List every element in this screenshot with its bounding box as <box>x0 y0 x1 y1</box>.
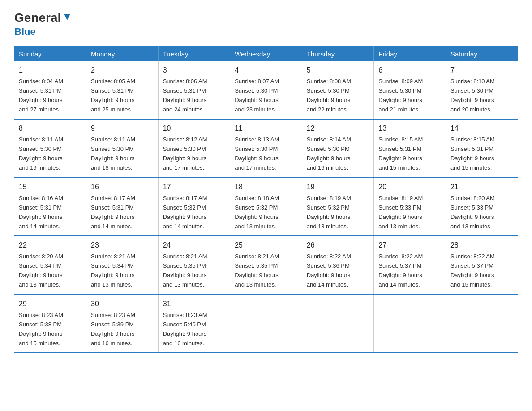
day-info: Sunrise: 8:21 AMSunset: 5:34 PMDaylight:… <box>91 253 135 288</box>
logo-arrow-icon <box>62 12 72 22</box>
week-row-1: 1Sunrise: 8:04 AMSunset: 5:31 PMDaylight… <box>14 61 518 119</box>
calendar-cell: 2Sunrise: 8:05 AMSunset: 5:31 PMDaylight… <box>86 61 159 119</box>
day-number: 21 <box>450 182 513 193</box>
day-number: 7 <box>450 65 513 76</box>
calendar-cell: 30Sunrise: 8:23 AMSunset: 5:39 PMDayligh… <box>86 295 159 353</box>
day-number: 27 <box>378 240 441 251</box>
day-number: 1 <box>19 65 82 76</box>
day-number: 30 <box>91 299 154 310</box>
day-number: 6 <box>378 65 441 76</box>
day-number: 14 <box>450 123 513 134</box>
day-info: Sunrise: 8:11 AMSunset: 5:30 PMDaylight:… <box>19 136 63 171</box>
calendar-cell: 31Sunrise: 8:23 AMSunset: 5:40 PMDayligh… <box>158 295 230 353</box>
day-info: Sunrise: 8:23 AMSunset: 5:39 PMDaylight:… <box>91 312 135 347</box>
column-header-saturday: Saturday <box>446 46 518 61</box>
week-row-4: 22Sunrise: 8:20 AMSunset: 5:34 PMDayligh… <box>14 236 518 294</box>
day-number: 25 <box>235 240 297 251</box>
day-info: Sunrise: 8:20 AMSunset: 5:34 PMDaylight:… <box>19 253 63 288</box>
day-number: 20 <box>378 182 441 193</box>
calendar-cell: 15Sunrise: 8:16 AMSunset: 5:31 PMDayligh… <box>14 178 86 236</box>
calendar-cell: 6Sunrise: 8:09 AMSunset: 5:30 PMDaylight… <box>374 61 446 119</box>
day-info: Sunrise: 8:23 AMSunset: 5:40 PMDaylight:… <box>163 312 207 347</box>
calendar-cell: 26Sunrise: 8:22 AMSunset: 5:36 PMDayligh… <box>302 236 374 294</box>
day-number: 17 <box>163 182 226 193</box>
day-number: 16 <box>91 182 154 193</box>
calendar-cell: 24Sunrise: 8:21 AMSunset: 5:35 PMDayligh… <box>158 236 230 294</box>
calendar-cell: 14Sunrise: 8:15 AMSunset: 5:31 PMDayligh… <box>446 119 518 177</box>
day-info: Sunrise: 8:04 AMSunset: 5:31 PMDaylight:… <box>19 78 63 113</box>
day-number: 5 <box>307 65 369 76</box>
day-info: Sunrise: 8:08 AMSunset: 5:30 PMDaylight:… <box>307 78 351 113</box>
calendar-cell: 19Sunrise: 8:19 AMSunset: 5:32 PMDayligh… <box>302 178 374 236</box>
column-header-monday: Monday <box>86 46 159 61</box>
calendar-cell: 28Sunrise: 8:22 AMSunset: 5:37 PMDayligh… <box>446 236 518 294</box>
day-info: Sunrise: 8:21 AMSunset: 5:35 PMDaylight:… <box>235 253 279 288</box>
day-info: Sunrise: 8:15 AMSunset: 5:31 PMDaylight:… <box>378 136 423 171</box>
calendar-cell: 27Sunrise: 8:22 AMSunset: 5:37 PMDayligh… <box>374 236 446 294</box>
day-number: 8 <box>19 123 82 134</box>
calendar-cell: 20Sunrise: 8:19 AMSunset: 5:33 PMDayligh… <box>374 178 446 236</box>
week-row-3: 15Sunrise: 8:16 AMSunset: 5:31 PMDayligh… <box>14 178 518 236</box>
day-number: 11 <box>235 123 297 134</box>
day-number: 22 <box>19 240 82 251</box>
calendar-cell: 11Sunrise: 8:13 AMSunset: 5:30 PMDayligh… <box>230 119 302 177</box>
day-number: 15 <box>19 182 82 193</box>
day-number: 10 <box>163 123 226 134</box>
day-info: Sunrise: 8:06 AMSunset: 5:31 PMDaylight:… <box>163 78 207 113</box>
calendar-cell: 18Sunrise: 8:18 AMSunset: 5:32 PMDayligh… <box>230 178 302 236</box>
day-number: 24 <box>163 240 226 251</box>
day-info: Sunrise: 8:19 AMSunset: 5:33 PMDaylight:… <box>378 195 423 230</box>
calendar-cell: 9Sunrise: 8:11 AMSunset: 5:30 PMDaylight… <box>86 119 159 177</box>
calendar-cell: 10Sunrise: 8:12 AMSunset: 5:30 PMDayligh… <box>158 119 230 177</box>
page-header: General Blue <box>14 11 518 38</box>
calendar-header-row: SundayMondayTuesdayWednesdayThursdayFrid… <box>14 46 518 61</box>
day-info: Sunrise: 8:22 AMSunset: 5:36 PMDaylight:… <box>307 253 351 288</box>
column-header-sunday: Sunday <box>14 46 86 61</box>
day-number: 9 <box>91 123 154 134</box>
day-number: 3 <box>163 65 226 76</box>
column-header-tuesday: Tuesday <box>158 46 230 61</box>
day-number: 28 <box>450 240 513 251</box>
day-info: Sunrise: 8:17 AMSunset: 5:32 PMDaylight:… <box>163 195 207 230</box>
column-header-wednesday: Wednesday <box>230 46 302 61</box>
day-info: Sunrise: 8:07 AMSunset: 5:30 PMDaylight:… <box>235 78 279 113</box>
day-info: Sunrise: 8:16 AMSunset: 5:31 PMDaylight:… <box>19 195 63 230</box>
day-info: Sunrise: 8:14 AMSunset: 5:30 PMDaylight:… <box>307 136 351 171</box>
calendar-cell: 23Sunrise: 8:21 AMSunset: 5:34 PMDayligh… <box>86 236 159 294</box>
day-info: Sunrise: 8:05 AMSunset: 5:31 PMDaylight:… <box>91 78 135 113</box>
calendar-cell: 8Sunrise: 8:11 AMSunset: 5:30 PMDaylight… <box>14 119 86 177</box>
logo: General Blue <box>14 11 72 38</box>
day-number: 31 <box>163 299 226 310</box>
day-info: Sunrise: 8:22 AMSunset: 5:37 PMDaylight:… <box>450 253 495 288</box>
day-number: 19 <box>307 182 369 193</box>
week-row-5: 29Sunrise: 8:23 AMSunset: 5:38 PMDayligh… <box>14 295 518 353</box>
calendar-cell: 12Sunrise: 8:14 AMSunset: 5:30 PMDayligh… <box>302 119 374 177</box>
calendar-cell: 17Sunrise: 8:17 AMSunset: 5:32 PMDayligh… <box>158 178 230 236</box>
calendar-cell: 16Sunrise: 8:17 AMSunset: 5:31 PMDayligh… <box>86 178 159 236</box>
day-number: 12 <box>307 123 369 134</box>
day-info: Sunrise: 8:21 AMSunset: 5:35 PMDaylight:… <box>163 253 207 288</box>
calendar-cell <box>230 295 302 353</box>
logo-blue-text: Blue <box>14 26 36 38</box>
calendar-cell: 29Sunrise: 8:23 AMSunset: 5:38 PMDayligh… <box>14 295 86 353</box>
day-info: Sunrise: 8:23 AMSunset: 5:38 PMDaylight:… <box>19 312 63 347</box>
day-number: 4 <box>235 65 297 76</box>
calendar-cell: 1Sunrise: 8:04 AMSunset: 5:31 PMDaylight… <box>14 61 86 119</box>
day-number: 23 <box>91 240 154 251</box>
day-info: Sunrise: 8:15 AMSunset: 5:31 PMDaylight:… <box>450 136 495 171</box>
day-info: Sunrise: 8:17 AMSunset: 5:31 PMDaylight:… <box>91 195 135 230</box>
day-info: Sunrise: 8:18 AMSunset: 5:32 PMDaylight:… <box>235 195 279 230</box>
calendar-cell <box>374 295 446 353</box>
calendar-cell: 25Sunrise: 8:21 AMSunset: 5:35 PMDayligh… <box>230 236 302 294</box>
calendar-cell: 21Sunrise: 8:20 AMSunset: 5:33 PMDayligh… <box>446 178 518 236</box>
day-number: 18 <box>235 182 297 193</box>
day-info: Sunrise: 8:10 AMSunset: 5:30 PMDaylight:… <box>450 78 495 113</box>
day-info: Sunrise: 8:11 AMSunset: 5:30 PMDaylight:… <box>91 136 135 171</box>
calendar-cell: 3Sunrise: 8:06 AMSunset: 5:31 PMDaylight… <box>158 61 230 119</box>
day-number: 29 <box>19 299 82 310</box>
column-header-thursday: Thursday <box>302 46 374 61</box>
column-header-friday: Friday <box>374 46 446 61</box>
day-info: Sunrise: 8:19 AMSunset: 5:32 PMDaylight:… <box>307 195 351 230</box>
week-row-2: 8Sunrise: 8:11 AMSunset: 5:30 PMDaylight… <box>14 119 518 177</box>
logo-general-text: General <box>14 11 61 25</box>
